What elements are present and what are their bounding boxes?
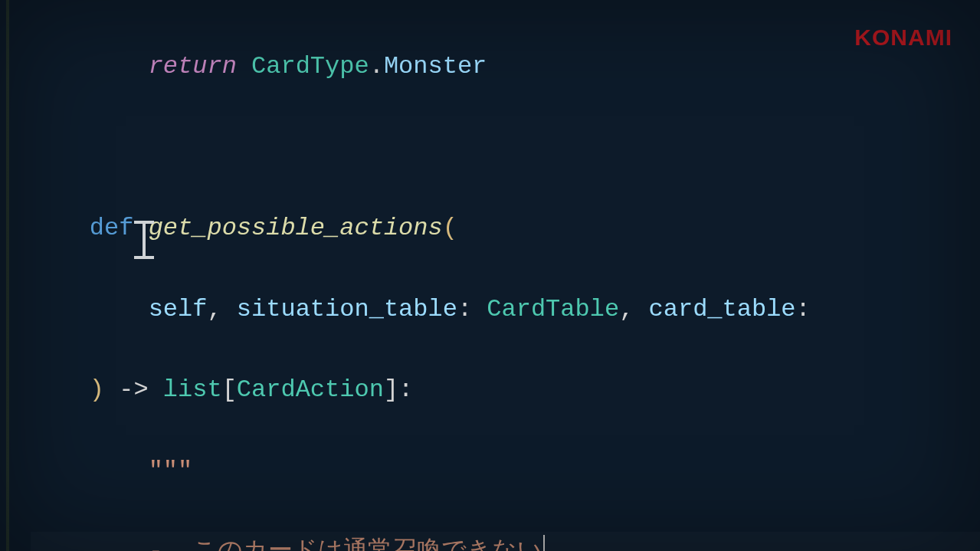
code-line-current: - このカードは通常召喚できない	[31, 532, 980, 551]
code-line: """	[31, 451, 980, 492]
type-arg: CardAction	[237, 376, 384, 404]
param-type: CardTable	[487, 295, 619, 323]
function-name: get_possible_actions	[149, 214, 443, 242]
class-ref: CardType	[251, 52, 369, 80]
paren-close: )	[90, 376, 104, 404]
docstring-text: - このカードは通常召喚できない	[149, 537, 543, 551]
konami-logo: KONAMI	[854, 18, 952, 57]
code-line: self, situation_table: CardTable, card_t…	[31, 290, 980, 330]
code-line: return CardType.Monster	[31, 47, 980, 87]
keyword-def: def	[90, 214, 134, 242]
param-self: self	[149, 295, 208, 323]
property: Monster	[384, 52, 487, 80]
paren-open: (	[443, 214, 457, 242]
param-name: card_table	[649, 295, 796, 323]
code-editor[interactable]: return CardType.Monster def get_possible…	[0, 0, 980, 551]
code-line-blank	[31, 127, 980, 168]
code-line: def get_possible_actions(	[31, 208, 980, 249]
text-cursor	[543, 535, 545, 551]
builtin-type: list	[163, 376, 222, 404]
docstring-open: """	[149, 457, 193, 485]
code-line: ) -> list[CardAction]:	[31, 370, 980, 411]
arrow: ->	[119, 376, 148, 404]
param-name: situation_table	[237, 295, 457, 323]
keyword-return: return	[149, 52, 237, 80]
